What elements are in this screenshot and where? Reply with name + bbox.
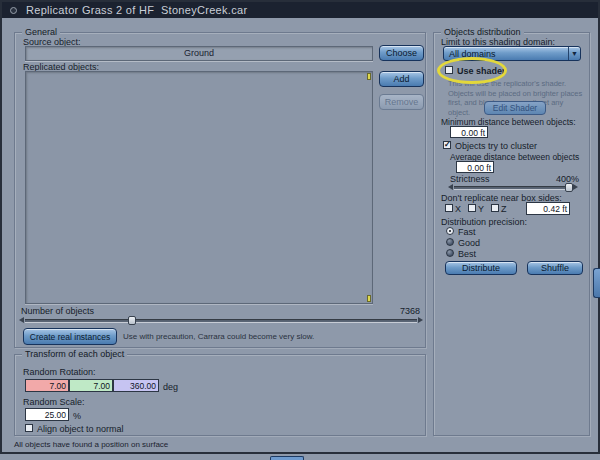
slider-track[interactable]	[454, 186, 572, 189]
shuffle-button[interactable]: Shuffle	[527, 261, 583, 275]
rotation-y-field[interactable]: 7.00	[69, 379, 113, 392]
shading-domain-value: All domains	[444, 49, 568, 59]
caution-text: Use with precaution, Carrara could becom…	[123, 332, 314, 341]
random-scale-field[interactable]: 25.00	[25, 408, 69, 421]
list-scroll-top-marker[interactable]	[367, 73, 371, 80]
precision-label: Distribution precision:	[441, 217, 527, 227]
align-to-normal-checkbox[interactable]	[25, 424, 33, 432]
axis-x-checkbox[interactable]	[445, 204, 453, 212]
axis-x-label: X	[455, 204, 461, 214]
rotation-z-field[interactable]: 360.00	[113, 379, 159, 392]
number-of-objects-slider[interactable]	[19, 316, 423, 325]
window-title: Replicator Grass 2 of HF StoneyCreek.car	[26, 4, 247, 16]
axis-z-checkbox[interactable]	[491, 204, 499, 212]
strictness-slider-thumb[interactable]	[565, 183, 573, 192]
axis-z-label: Z	[501, 204, 507, 214]
precision-good-label: Good	[458, 238, 480, 248]
remove-button[interactable]: Remove	[379, 94, 424, 110]
scale-unit-label: %	[73, 411, 81, 421]
add-button[interactable]: Add	[379, 71, 424, 87]
axis-y-checkbox[interactable]	[468, 204, 476, 212]
precision-good-radio[interactable]	[446, 238, 454, 246]
choose-button[interactable]: Choose	[379, 45, 424, 61]
replicated-objects-list[interactable]	[25, 71, 373, 304]
slider-track[interactable]	[25, 319, 417, 322]
use-shader-checkbox[interactable]	[445, 66, 453, 74]
number-of-objects-label: Number of objects	[21, 306, 94, 316]
random-rotation-label: Random Rotation:	[23, 367, 96, 377]
chevron-down-icon[interactable]: ▼	[568, 47, 580, 60]
random-scale-label: Random Scale:	[23, 397, 85, 407]
cluster-checkbox[interactable]	[443, 141, 451, 149]
create-real-instances-button[interactable]: Create real instances	[23, 328, 117, 345]
slider-left-arrow-icon[interactable]	[19, 317, 24, 323]
distribute-button[interactable]: Distribute	[445, 261, 517, 275]
general-group: General Source object: Ground Choose Rep…	[14, 32, 426, 348]
precision-fast-label: Fast	[458, 227, 476, 237]
min-distance-field[interactable]: 0.00 ft	[450, 126, 488, 138]
replicator-dialog: Replicator Grass 2 of HF StoneyCreek.car…	[0, 0, 600, 454]
list-scroll-bottom-marker[interactable]	[367, 295, 371, 302]
use-shader-label: Use shader	[457, 66, 506, 76]
slider-left-arrow-icon[interactable]	[448, 184, 453, 190]
align-to-normal-label: Align object to normal	[37, 424, 124, 434]
slider-right-arrow-icon[interactable]	[573, 184, 578, 190]
title-bar: Replicator Grass 2 of HF StoneyCreek.car	[2, 2, 598, 18]
strictness-slider[interactable]	[448, 183, 578, 192]
shading-domain-select[interactable]: All domains ▼	[443, 46, 581, 61]
background-window-button-sliver-right	[593, 268, 600, 298]
system-menu-icon[interactable]	[10, 7, 17, 14]
cluster-label: Objects try to cluster	[455, 141, 537, 151]
source-object-field: Ground	[25, 46, 373, 61]
transform-group: Transform of each object Random Rotation…	[14, 354, 426, 436]
rotation-x-field[interactable]: 7.00	[25, 379, 69, 392]
precision-best-label: Best	[458, 249, 476, 259]
slider-right-arrow-icon[interactable]	[418, 317, 423, 323]
precision-best-radio[interactable]	[446, 249, 454, 257]
edit-shader-button[interactable]: Edit Shader	[484, 101, 546, 115]
avg-distance-field[interactable]: 0.00 ft	[456, 161, 494, 173]
number-of-objects-slider-thumb[interactable]	[128, 316, 136, 325]
box-sides-field[interactable]: 0.42 ft	[526, 202, 570, 215]
status-text: All objects have found a position on sur…	[14, 440, 168, 449]
rotation-unit-label: deg	[163, 382, 178, 392]
precision-fast-radio[interactable]	[446, 227, 454, 235]
distribution-group: Objects distribution Limit to this shadi…	[433, 32, 590, 436]
axis-y-label: Y	[478, 204, 484, 214]
number-of-objects-value: 7368	[400, 306, 420, 316]
background-window-button-sliver-bottom	[270, 456, 304, 460]
transform-group-label: Transform of each object	[22, 349, 127, 360]
